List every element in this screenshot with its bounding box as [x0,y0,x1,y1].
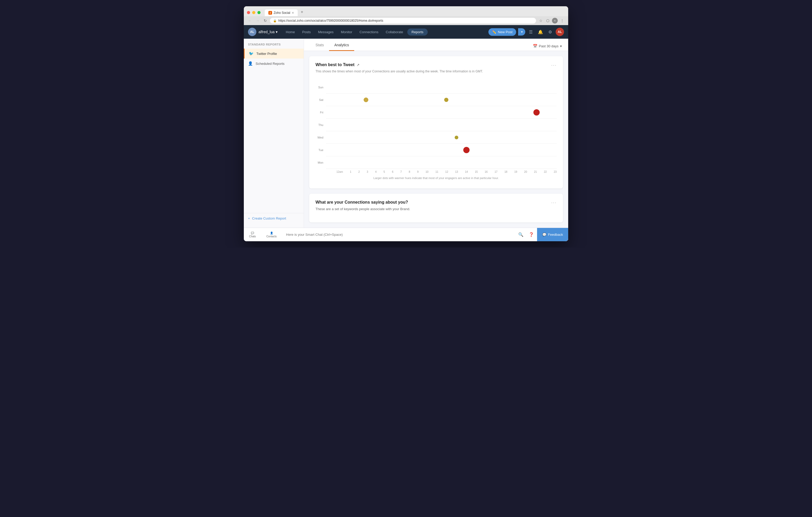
sidebar-item-twitter-profile[interactable]: 🐦 Twitter Profile [244,49,304,59]
nav-reports[interactable]: Reports [407,29,428,35]
calendar-icon: 📅 [533,44,537,48]
chart-area-thu [326,119,557,131]
card-menu-button-2[interactable]: ··· [551,200,557,206]
x-label-6: 6 [392,171,394,173]
bottom-bar: 💬 Chats 👤 Contacts 🔍 ❓ 💬 Feedback [244,227,568,241]
url-text: https://social.zoho.com/social/alco/7599… [278,19,383,23]
profile-avatar[interactable]: A [552,18,558,24]
bubble-fri-21 [533,109,540,116]
card-title-1: When best to Tweet ↗ [316,62,359,67]
day-label-mon: Mon [316,161,326,164]
x-label-21: 21 [534,171,537,173]
smart-chat-input[interactable] [282,231,516,239]
bubble-sat-12 [444,98,448,102]
back-button[interactable]: ← [247,18,253,23]
address-bar[interactable]: 🔒 https://social.zoho.com/social/alco/75… [270,18,536,24]
x-label-13: 13 [455,171,458,173]
nav-connections[interactable]: Connections [356,29,381,35]
card-subtitle-1: This shows the times when most of your C… [316,69,557,73]
nav-collaborate[interactable]: Collaborate [383,29,407,35]
notification-icon[interactable]: 🔔 [536,29,545,35]
chats-icon: 💬 [251,232,254,235]
user-avatar[interactable]: AL [556,28,564,36]
pencil-icon: ✏️ [492,30,496,34]
external-link-icon[interactable]: ↗ [356,63,359,67]
x-label-18: 18 [504,171,507,173]
minimize-dot[interactable] [252,11,255,14]
contacts-button[interactable]: 👤 Contacts [261,230,282,239]
day-label-fri: Fri [316,111,326,114]
nav-home[interactable]: Home [283,29,298,35]
day-label-thu: Thu [316,123,326,126]
date-filter[interactable]: 📅 Past 30 days ▾ [533,44,562,51]
brand-dropdown-icon: ▾ [276,30,278,34]
feedback-button[interactable]: 💬 Feedback [537,228,568,242]
nav-monitor[interactable]: Monitor [338,29,355,35]
chart-area-wed [326,131,557,144]
day-label-tue: Tue [316,149,326,152]
maximize-dot[interactable] [257,11,261,14]
bubble-chart: Sun Sat [316,79,557,182]
chart-grid: Sun Sat [316,81,557,169]
x-label-14: 14 [465,171,468,173]
x-label-9: 9 [417,171,419,173]
extensions-button[interactable]: ⬡ [545,18,550,23]
tab-stats[interactable]: Stats [310,39,329,51]
refresh-button[interactable]: ↻ [263,18,268,23]
when-best-to-tweet-card: When best to Tweet ↗ ··· This shows the … [309,56,563,188]
bottom-right-actions: 🔍 ❓ 💬 Feedback [516,228,568,242]
x-label-5: 5 [383,171,385,173]
chart-row-fri: Fri [316,106,557,119]
menu-button[interactable]: ⋮ [559,18,565,23]
hamburger-icon[interactable]: ☰ [527,29,534,35]
x-label-7: 7 [400,171,402,173]
sidebar-item-scheduled-reports[interactable]: 👤 Scheduled Reports [244,59,304,68]
nav-posts[interactable]: Posts [299,29,314,35]
x-label-3: 3 [367,171,368,173]
close-dot[interactable] [247,11,250,14]
chart-row-sun: Sun [316,81,557,94]
chart-row-tue: Tue [316,144,557,156]
x-label-8: 8 [409,171,410,173]
x-label-4: 4 [375,171,377,173]
x-label-10: 10 [426,171,429,173]
brand-name[interactable]: alfred_lua ▾ [258,30,278,34]
twitter-icon: 🐦 [249,51,254,56]
x-label-1: 1 [350,171,352,173]
x-label-11: 11 [435,171,438,173]
tab-analytics[interactable]: Analytics [329,39,354,51]
card-menu-button-1[interactable]: ··· [551,62,557,68]
tab-close-button[interactable]: ✕ [292,11,294,14]
x-label-19: 19 [514,171,517,173]
chart-area-sat [326,94,557,106]
x-label-23: 23 [554,171,557,173]
search-icon[interactable]: 🔍 [516,230,526,239]
contacts-icon: 👤 [270,232,273,235]
forward-button[interactable]: → [255,18,261,23]
settings-icon[interactable]: ⚙ [547,29,554,35]
chart-row-mon: Mon [316,156,557,169]
x-label-22: 22 [544,171,547,173]
new-post-dropdown-button[interactable]: ▾ [518,28,525,35]
chart-area-fri [326,106,557,119]
nav-messages[interactable]: Messages [315,29,337,35]
card-subtitle-2: These are a set of keywords people assoc… [316,207,557,211]
x-label-2: 2 [358,171,360,173]
help-icon[interactable]: ❓ [527,230,536,239]
chart-area-tue [326,144,557,156]
new-post-button[interactable]: ✏️ New Post [488,28,516,36]
bubble-sat-4 [364,97,368,102]
browser-tab[interactable]: Z Zoho Social ✕ [265,9,298,16]
bookmark-button[interactable]: ☆ [538,18,544,23]
tab-title: Zoho Social [273,11,290,14]
create-custom-report-button[interactable]: + Create Custom Report [244,213,304,223]
day-label-sat: Sat [316,98,326,101]
bubble-tue-14 [463,147,470,153]
sidebar: STANDARD REPORTS 🐦 Twitter Profile 👤 Sch… [244,39,304,227]
sidebar-item-scheduled-label: Scheduled Reports [256,62,285,66]
browser-titlebar: Z Zoho Social ✕ + [244,6,568,16]
browser-addressbar: ← → ↻ 🔒 https://social.zoho.com/social/a… [244,16,568,25]
chats-button[interactable]: 💬 Chats [244,230,261,239]
new-tab-button[interactable]: + [299,9,305,15]
chart-row-wed: Wed [316,131,557,144]
